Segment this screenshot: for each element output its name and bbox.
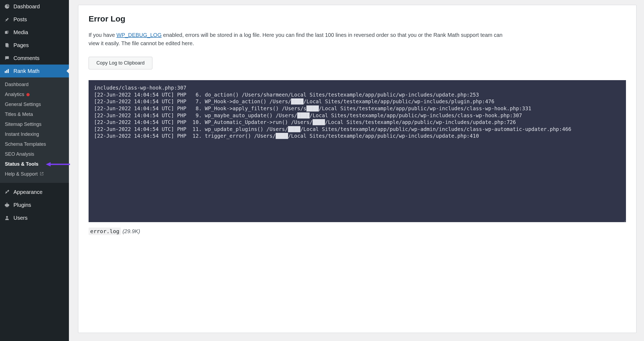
menu-item-posts[interactable]: Posts <box>0 13 69 26</box>
submenu-instant-indexing[interactable]: Instant Indexing <box>0 129 69 139</box>
submenu-label: Instant Indexing <box>5 132 39 137</box>
content-card: Error Log If you have WP_DEBUG_LOG enabl… <box>78 5 636 333</box>
menu-label: Appearance <box>13 189 43 195</box>
menu-item-media[interactable]: Media <box>0 26 69 39</box>
pin-icon <box>4 16 10 23</box>
pages-icon <box>4 42 10 48</box>
wp-debug-log-link[interactable]: WP_DEBUG_LOG <box>116 32 162 38</box>
menu-label: Dashboard <box>13 3 40 10</box>
admin-sidebar: Dashboard Posts Media Pages Comments Ran… <box>0 0 69 341</box>
menu-item-comments[interactable]: Comments <box>0 52 69 65</box>
submenu-sitemap-settings[interactable]: Sitemap Settings <box>0 119 69 129</box>
menu-item-appearance[interactable]: Appearance <box>0 186 69 198</box>
rankmath-icon <box>4 68 10 74</box>
svg-rect-6 <box>8 69 9 73</box>
svg-point-1 <box>7 32 8 33</box>
submenu-schema-templates[interactable]: Schema Templates <box>0 139 69 149</box>
submenu-status-tools[interactable]: Status & Tools <box>0 159 69 169</box>
copy-log-button[interactable]: Copy Log to Clipboard <box>89 57 152 69</box>
submenu-general-settings[interactable]: General Settings <box>0 100 69 109</box>
svg-marker-8 <box>46 162 51 166</box>
appearance-icon <box>4 189 10 195</box>
rankmath-submenu: Dashboard Analytics General Settings Tit… <box>0 77 69 183</box>
annotation-arrow-icon <box>46 161 70 168</box>
submenu-seo-analysis[interactable]: SEO Analysis <box>0 149 69 159</box>
menu-label: Rank Math <box>13 68 40 74</box>
svg-rect-3 <box>6 44 9 47</box>
error-log-textarea[interactable] <box>89 80 626 222</box>
page-title: Error Log <box>89 14 626 23</box>
notification-dot-icon <box>26 93 30 96</box>
menu-label: Users <box>13 215 27 221</box>
submenu-dashboard[interactable]: Dashboard <box>0 80 69 90</box>
log-file-info: error.log (29.9K) <box>89 228 626 235</box>
svg-rect-4 <box>5 71 6 73</box>
submenu-analytics[interactable]: Analytics <box>0 90 69 100</box>
submenu-label: Status & Tools <box>5 161 38 167</box>
submenu-label: SEO Analysis <box>5 151 34 157</box>
menu-label: Comments <box>13 55 40 61</box>
users-icon <box>4 215 10 221</box>
log-file-size: (29.9K) <box>122 228 140 234</box>
menu-item-users[interactable]: Users <box>0 211 69 224</box>
menu-item-pages[interactable]: Pages <box>0 39 69 52</box>
menu-separator <box>0 183 69 186</box>
media-icon <box>4 29 10 35</box>
menu-label: Plugins <box>13 202 31 208</box>
submenu-help-support[interactable]: Help & Support <box>0 169 69 179</box>
external-link-icon <box>40 172 44 176</box>
submenu-label: Schema Templates <box>5 141 46 147</box>
plugins-icon <box>4 202 10 208</box>
submenu-label: Sitemap Settings <box>5 122 41 127</box>
submenu-label: Analytics <box>5 92 24 97</box>
submenu-titles-meta[interactable]: Titles & Meta <box>0 109 69 119</box>
menu-item-rankmath[interactable]: Rank Math <box>0 65 69 77</box>
menu-item-plugins[interactable]: Plugins <box>0 198 69 211</box>
menu-item-dashboard[interactable]: Dashboard <box>0 0 69 13</box>
svg-rect-5 <box>6 70 7 73</box>
log-file-name: error.log <box>89 228 121 235</box>
main-area: Error Log If you have WP_DEBUG_LOG enabl… <box>69 0 644 341</box>
comments-icon <box>4 55 10 61</box>
menu-label: Pages <box>13 42 29 48</box>
menu-label: Posts <box>13 16 27 23</box>
submenu-label: Dashboard <box>5 82 29 87</box>
intro-before: If you have <box>89 32 116 38</box>
svg-rect-0 <box>5 31 8 34</box>
menu-label: Media <box>13 29 28 35</box>
dashboard-icon <box>4 3 10 10</box>
submenu-label: General Settings <box>5 102 41 107</box>
intro-text: If you have WP_DEBUG_LOG enabled, errors… <box>89 31 503 48</box>
submenu-label: Help & Support <box>5 171 38 177</box>
submenu-label: Titles & Meta <box>5 112 33 117</box>
svg-point-9 <box>6 216 8 218</box>
